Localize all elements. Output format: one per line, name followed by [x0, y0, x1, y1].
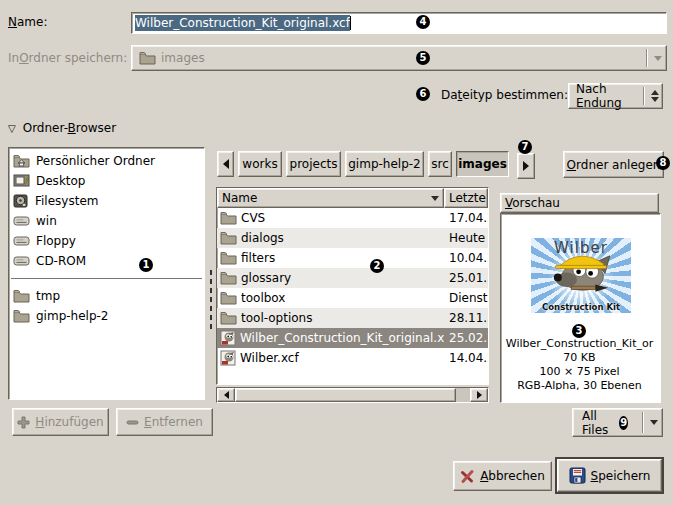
file-row[interactable]: tool-options 28.11.2: [217, 308, 488, 328]
expander-label: Ordner-Browser: [23, 121, 116, 135]
file-row[interactable]: toolbox Diensta: [217, 288, 488, 308]
column-header-name[interactable]: Name: [217, 188, 444, 208]
folder-icon: [220, 231, 237, 245]
remove-bookmark-button[interactable]: Entfernen: [116, 408, 213, 436]
save-in-folder-combo[interactable]: images: [131, 45, 667, 71]
places-separator: [11, 278, 202, 279]
gimp-save-image-dialog: Name: Wilber_Construction_Kit_original.x…: [0, 0, 673, 505]
file-list-header: Name Letzte Ä: [217, 188, 488, 208]
xcf-file-icon: [220, 350, 236, 366]
filesystem-icon: [13, 194, 29, 208]
place-item-home[interactable]: Persönlicher Ordner: [9, 151, 204, 171]
path-button-src[interactable]: src: [428, 151, 452, 177]
expander-triangle-icon: ▽: [8, 123, 16, 134]
annotation-8: 8: [656, 156, 670, 170]
cancel-label: Abbrechen: [480, 469, 545, 483]
save-in-label: In Ordner speichern:: [8, 51, 127, 65]
file-row-selected[interactable]: Wilber_Construction_Kit_original.xcf 25.…: [217, 328, 488, 348]
drive-icon: [13, 215, 30, 227]
place-item-desktop[interactable]: Desktop: [9, 171, 204, 191]
annotation-4: 4: [416, 15, 430, 29]
path-button-images-current[interactable]: images: [456, 151, 509, 177]
arrow-right-icon: [523, 161, 529, 171]
path-scroll-left-button[interactable]: [217, 151, 234, 177]
scrollbar-track[interactable]: [456, 388, 470, 402]
create-folder-button[interactable]: Ordner anlegen: [563, 151, 664, 178]
scroll-left-button[interactable]: [217, 388, 235, 402]
place-item-cdrom[interactable]: CD-ROM: [9, 251, 204, 271]
annotation-7: 7: [518, 140, 532, 154]
preview-thumbnail: Wilber Construction Kit: [531, 238, 631, 313]
folder-browser-expander[interactable]: ▽ Ordner-Browser: [8, 121, 116, 135]
folder-icon: [220, 311, 237, 325]
folder-icon: [139, 51, 156, 65]
drive-icon: [13, 255, 30, 267]
scrollbar-thumb[interactable]: [235, 388, 456, 402]
file-row[interactable]: Wilber.xcf 14.04.2: [217, 348, 488, 368]
folder-icon: [220, 211, 237, 225]
preview-info: Wilber_Construction_Kit_or 70 KB 100 × 7…: [502, 337, 657, 390]
filter-value: All Files: [582, 409, 612, 437]
preview-header: Vorschau: [500, 193, 659, 213]
drive-icon: [13, 235, 30, 247]
add-bookmark-label: Hinzufügen: [35, 415, 103, 429]
create-folder-label: Ordner anlegen: [567, 158, 661, 172]
annotation-3: 3: [572, 324, 586, 338]
wilber-subtitle-text: Construction Kit: [531, 302, 631, 312]
place-item-filesystem[interactable]: Filesystem: [9, 191, 204, 211]
text-caret: [350, 16, 351, 30]
combo-divider: [646, 49, 647, 67]
file-row[interactable]: filters 10.04.2: [217, 248, 488, 268]
plus-icon: [17, 416, 30, 429]
filetype-select[interactable]: Nach Endung: [568, 83, 663, 109]
places-list[interactable]: Persönlicher Ordner Desktop Filesystem w…: [8, 147, 205, 400]
chevron-down-icon: [654, 56, 662, 61]
column-header-modified[interactable]: Letzte Ä: [444, 188, 488, 208]
cancel-button[interactable]: Abbrechen: [453, 461, 552, 491]
place-item-gimp-help-2[interactable]: gimp-help-2: [9, 306, 204, 326]
save-button[interactable]: Speichern: [557, 459, 662, 492]
file-list[interactable]: Name Letzte Ä CVS 17.04.2 dialogs Heute …: [216, 187, 489, 385]
place-item-floppy[interactable]: Floppy: [9, 231, 204, 251]
combo-divider: [642, 412, 643, 433]
folder-icon: [13, 289, 30, 303]
preview-filename: Wilber_Construction_Kit_or: [502, 337, 657, 351]
save-label: Speichern: [591, 469, 651, 483]
scroll-right-button[interactable]: [470, 388, 488, 402]
arrow-right-icon: [477, 391, 482, 399]
annotation-5: 5: [416, 51, 430, 65]
path-button-projects[interactable]: projects: [286, 151, 341, 177]
xcf-file-icon: [220, 330, 236, 346]
path-button-gimp-help-2[interactable]: gimp-help-2: [345, 151, 424, 177]
save-in-value: images: [161, 51, 205, 65]
annotation-1: 1: [139, 258, 153, 272]
filetype-value: Nach Endung: [576, 82, 629, 110]
path-button-works[interactable]: works: [238, 151, 282, 177]
preview-dimensions: 100 × 75 Pixel: [502, 365, 657, 379]
spinner-arrows-icon: [651, 90, 659, 102]
annotation-9: 9: [619, 416, 628, 430]
folder-icon: [220, 251, 237, 265]
preview-color-mode: RGB-Alpha, 30 Ebenen: [502, 379, 657, 390]
place-item-tmp[interactable]: tmp: [9, 286, 204, 306]
path-scroll-right-button[interactable]: [517, 153, 535, 179]
file-row[interactable]: glossary 25.01.2: [217, 268, 488, 288]
file-row[interactable]: CVS 17.04.2: [217, 208, 488, 228]
remove-bookmark-label: Entfernen: [144, 415, 203, 429]
chevron-down-icon: [650, 420, 658, 425]
filename-selected-text: Wilber_Construction_Kit_original.xcf: [135, 15, 350, 31]
place-item-win[interactable]: win: [9, 211, 204, 231]
file-list-hscrollbar[interactable]: [216, 387, 489, 403]
add-bookmark-button[interactable]: Hinzufügen: [12, 408, 109, 436]
sort-descending-icon: [431, 196, 439, 201]
file-filter-dropdown[interactable]: All Files 9: [572, 408, 663, 437]
folder-icon: [13, 309, 30, 323]
cancel-x-icon: [460, 469, 475, 484]
pane-resize-grip[interactable]: [209, 268, 213, 330]
file-row[interactable]: dialogs Heute: [217, 228, 488, 248]
folder-icon: [220, 271, 237, 285]
arrow-left-icon: [224, 391, 229, 399]
filename-input[interactable]: Wilber_Construction_Kit_original.xcf: [131, 12, 667, 34]
wilber-mascot-graphic: [549, 253, 613, 297]
arrow-left-icon: [223, 159, 229, 169]
